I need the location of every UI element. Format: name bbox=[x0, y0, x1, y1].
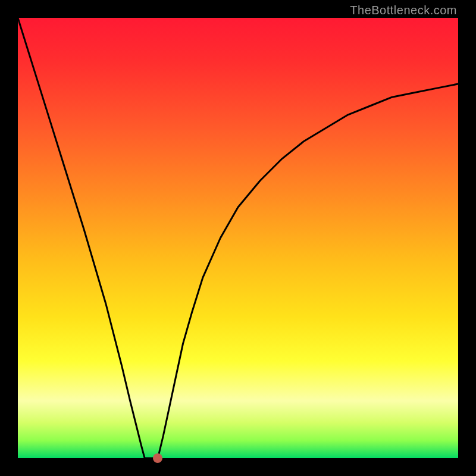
watermark-label: TheBottleneck.com bbox=[350, 4, 457, 17]
optimum-marker-dot bbox=[153, 453, 162, 463]
bottleneck-curve bbox=[18, 18, 458, 458]
plot-area bbox=[18, 18, 458, 458]
chart-frame: TheBottleneck.com bbox=[0, 0, 476, 476]
